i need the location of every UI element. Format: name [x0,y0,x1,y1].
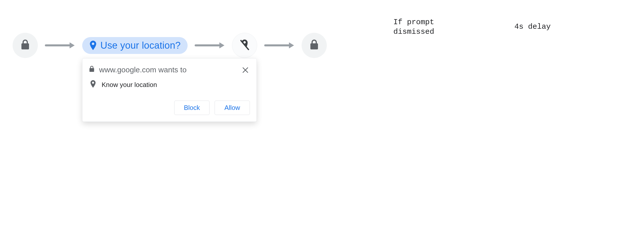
prompt-state: Use your location? www.google.com wants … [82,37,188,54]
svg-marker-1 [70,42,75,48]
svg-marker-9 [289,42,294,48]
popup-title-row: www.google.com wants to [89,66,187,74]
lock-icon [21,40,30,51]
close-icon [242,67,249,74]
block-button[interactable]: Block [174,101,210,115]
permission-popup: www.google.com wants to Know your locati… [82,58,257,122]
close-button[interactable] [241,66,250,75]
caption-delay: 4s delay [514,22,551,32]
arrow-icon [195,40,225,50]
svg-rect-6 [240,40,249,50]
popup-permission-row: Know your location [90,80,250,89]
chip-label: Use your location? [100,40,181,51]
arrow-icon [264,40,295,50]
location-pin-icon [90,80,96,89]
lock-icon [310,40,319,51]
arrow-icon [45,40,75,50]
permission-label: Know your location [102,81,157,89]
location-off-icon [239,39,250,52]
flow-row: Use your location? www.google.com wants … [13,33,327,58]
location-pin-icon [89,41,97,50]
popup-site-text: www.google.com wants to [99,66,187,74]
lock-state-initial [13,33,38,58]
location-chip[interactable]: Use your location? [82,37,188,54]
lock-state-final [302,33,327,58]
svg-marker-5 [219,42,224,48]
location-blocked-state [232,33,257,58]
allow-button[interactable]: Allow [215,101,250,115]
lock-icon [89,66,95,74]
caption-dismissed: If prompt dismissed [393,18,434,37]
